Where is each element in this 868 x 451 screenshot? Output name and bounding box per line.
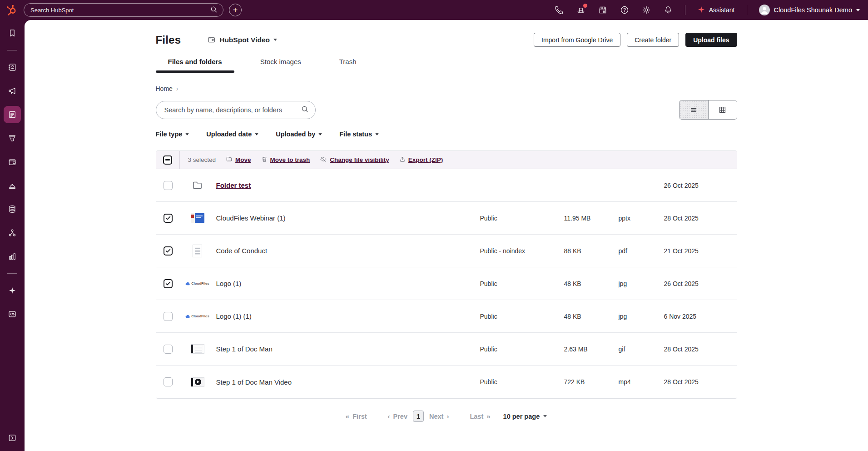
file-name[interactable]: Logo (1) (1) — [216, 312, 252, 320]
filter-file-status[interactable]: File status — [339, 130, 379, 138]
notifications-icon[interactable] — [663, 5, 673, 15]
sidebar-item-bookmarks[interactable] — [4, 25, 21, 42]
table-row[interactable]: CloudFilesLogo (1) (1)Public48 KBjpg6 No… — [156, 300, 737, 333]
row-checkbox[interactable] — [164, 181, 173, 190]
filter-uploaded-by[interactable]: Uploaded by — [276, 130, 322, 138]
first-page-icon: « — [346, 412, 349, 420]
pagination-next-button[interactable]: Next › — [429, 412, 449, 420]
file-name[interactable]: Code of Conduct — [216, 247, 268, 255]
action-export-zip-[interactable]: Export (ZIP) — [399, 156, 443, 164]
table-row[interactable]: Code of ConductPublic - noindex88 KBpdf2… — [156, 235, 737, 267]
sidebar — [0, 20, 25, 451]
file-size: 722 KB — [564, 378, 619, 386]
tab-files-and-folders[interactable]: Files and folders — [156, 58, 234, 72]
pagination-last-button[interactable]: Last » — [470, 412, 490, 420]
sidebar-item-content[interactable] — [4, 106, 21, 123]
file-type: pdf — [619, 247, 664, 255]
help-icon[interactable] — [620, 5, 630, 15]
pagination-current-page[interactable]: 1 — [413, 411, 424, 422]
list-view-icon — [689, 106, 698, 114]
top-navbar: + Assistant — [0, 0, 868, 20]
cloudfiles-logo-thumbnail: CloudFiles — [184, 281, 212, 286]
folder-name-link[interactable]: Folder test — [216, 181, 251, 189]
create-new-button[interactable]: + — [229, 4, 242, 16]
file-search[interactable] — [156, 101, 316, 119]
grid-view-button[interactable] — [708, 100, 737, 119]
sidebar-item-crm-contacts[interactable] — [4, 59, 21, 76]
action-move-to-trash[interactable]: Move to trash — [261, 156, 310, 164]
file-name[interactable]: Step 1 of Doc Man Video — [216, 378, 292, 386]
sidebar-divider — [7, 273, 17, 274]
chevron-down-icon — [319, 133, 322, 135]
file-search-input[interactable] — [164, 106, 301, 114]
account-menu[interactable]: CloudFiles Shounak Demo — [759, 5, 860, 15]
table-row[interactable]: Folder test26 Oct 2025 — [156, 169, 737, 202]
tab-stock-images[interactable]: Stock images — [248, 58, 313, 72]
global-search[interactable] — [24, 3, 223, 17]
tab-trash[interactable]: Trash — [327, 58, 369, 72]
pagination-prev-button[interactable]: ‹ Prev — [388, 412, 407, 420]
chevron-down-icon — [273, 39, 277, 41]
table-row[interactable]: Step 1 of Doc Man VideoPublic722 KBmp428… — [156, 366, 737, 398]
assistant-button[interactable]: Assistant — [697, 5, 735, 15]
account-name: CloudFiles Shounak Demo — [774, 6, 852, 14]
announcements-icon[interactable] — [576, 5, 586, 15]
settings-icon[interactable] — [641, 5, 651, 15]
file-type: pptx — [619, 215, 664, 222]
import-google-drive-button[interactable]: Import from Google Drive — [534, 33, 620, 47]
file-name[interactable]: CloudFiles Webinar (1) — [216, 214, 286, 222]
chevron-down-icon — [255, 133, 258, 135]
sidebar-item-ai-assistant[interactable] — [4, 282, 21, 299]
filter-uploaded-date[interactable]: Uploaded date — [206, 130, 258, 138]
action-move[interactable]: Move — [226, 156, 251, 164]
per-page-selector[interactable]: 10 per page — [503, 413, 547, 420]
list-view-button[interactable] — [680, 100, 708, 119]
row-checkbox[interactable] — [164, 345, 173, 354]
file-date: 26 Oct 2025 — [664, 182, 737, 189]
file-visibility: Public — [480, 346, 564, 353]
row-checkbox[interactable] — [164, 377, 173, 386]
context-selector[interactable]: HubSpot Video — [207, 35, 277, 44]
file-visibility: Public — [480, 280, 564, 287]
row-checkbox[interactable] — [164, 312, 173, 321]
row-checkbox[interactable] — [164, 246, 173, 256]
marketplace-icon[interactable] — [598, 5, 608, 15]
phone-icon[interactable] — [554, 5, 564, 15]
selection-action-bar: 3 selected MoveMove to trashChange file … — [156, 151, 737, 169]
row-checkbox[interactable] — [164, 279, 173, 288]
global-search-input[interactable] — [30, 6, 210, 14]
table-row[interactable]: Step 1 of Doc ManPublic2.63 MBgif28 Oct … — [156, 333, 737, 366]
file-date: 6 Nov 2025 — [664, 313, 737, 320]
document-thumbnail — [193, 245, 202, 257]
upload-files-button[interactable]: Upload files — [685, 33, 737, 47]
sidebar-item-data-management[interactable] — [4, 200, 21, 218]
view-toggle — [679, 100, 737, 120]
database-icon — [8, 205, 17, 214]
file-name[interactable]: Logo (1) — [216, 280, 242, 287]
chevron-down-icon — [543, 415, 547, 417]
file-name[interactable]: Step 1 of Doc Man — [216, 345, 273, 353]
table-row[interactable]: CloudFilesLogo (1)Public48 KBjpg26 Oct 2… — [156, 267, 737, 300]
sidebar-item-commerce[interactable] — [4, 153, 21, 170]
select-all-checkbox[interactable] — [163, 155, 172, 165]
sidebar-item-reporting[interactable] — [4, 248, 21, 265]
hubspot-logo-icon[interactable] — [5, 4, 17, 16]
sidebar-item-development[interactable] — [4, 306, 21, 323]
pagination-first-button[interactable]: « First — [346, 412, 367, 420]
file-size: 2.63 MB — [564, 346, 619, 353]
file-date: 28 Oct 2025 — [664, 215, 737, 222]
file-size: 11.95 MB — [564, 215, 619, 222]
sidebar-item-marketing[interactable] — [4, 82, 21, 100]
sidebar-item-sales[interactable] — [4, 130, 21, 147]
action-change-file-visibility[interactable]: Change file visibility — [320, 156, 389, 164]
breadcrumb-home-link[interactable]: Home — [156, 85, 173, 92]
sidebar-item-automations[interactable] — [4, 224, 21, 241]
file-size: 88 KB — [564, 247, 619, 255]
sidebar-expand-button[interactable] — [4, 429, 21, 446]
file-type: jpg — [619, 280, 664, 287]
create-folder-button[interactable]: Create folder — [627, 33, 679, 47]
row-checkbox[interactable] — [164, 214, 173, 223]
table-row[interactable]: CloudFiles Webinar (1)Public11.95 MBpptx… — [156, 202, 737, 235]
filter-file-type[interactable]: File type — [156, 130, 189, 138]
sidebar-item-service[interactable] — [4, 177, 21, 194]
